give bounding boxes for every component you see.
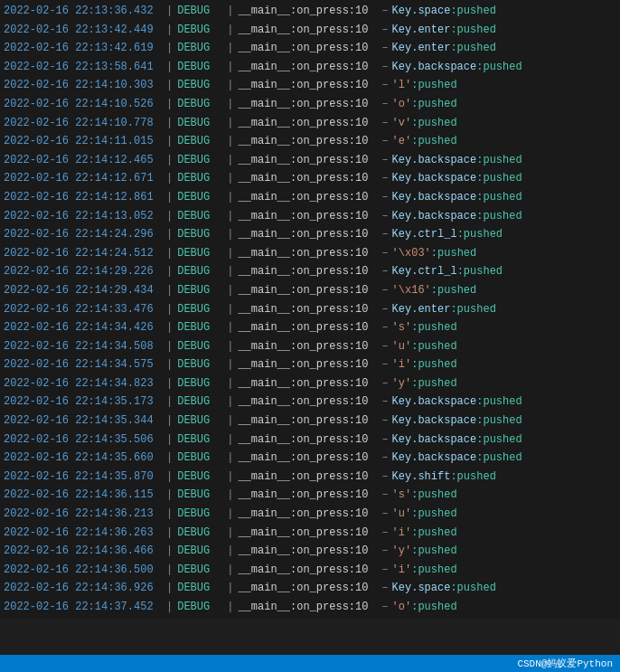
log-source: __main__:on_press:10 bbox=[238, 59, 378, 76]
log-dash: – bbox=[378, 393, 391, 411]
sep1: | bbox=[162, 208, 177, 225]
log-timestamp: 2022-02-16 22:13:58.641 bbox=[4, 59, 162, 76]
log-dash: – bbox=[378, 208, 391, 225]
sep2: | bbox=[222, 245, 238, 262]
log-level: DEBUG bbox=[177, 208, 222, 225]
log-level: DEBUG bbox=[177, 525, 222, 542]
sep1: | bbox=[162, 22, 177, 39]
log-container: 2022-02-16 22:13:36.432 | DEBUG | __main… bbox=[0, 0, 620, 619]
table-row: 2022-02-16 22:14:13.052 | DEBUG | __main… bbox=[0, 207, 620, 226]
sep2: | bbox=[222, 469, 238, 486]
log-action: :pushed bbox=[411, 375, 456, 393]
log-dash: – bbox=[378, 152, 391, 169]
log-timestamp: 2022-02-16 22:14:35.344 bbox=[4, 412, 162, 430]
sep2: | bbox=[222, 487, 238, 504]
sep1: | bbox=[162, 450, 177, 467]
log-source: __main__:on_press:10 bbox=[238, 580, 378, 597]
sep1: | bbox=[162, 506, 177, 523]
table-row: 2022-02-16 22:13:36.432 | DEBUG | __main… bbox=[0, 2, 620, 21]
log-dash: – bbox=[378, 40, 391, 57]
sep1: | bbox=[162, 189, 177, 206]
log-source: __main__:on_press:10 bbox=[238, 562, 378, 579]
log-source: __main__:on_press:10 bbox=[238, 393, 378, 411]
sep2: | bbox=[222, 189, 238, 206]
log-action: :pushed bbox=[450, 22, 495, 39]
log-action: :pushed bbox=[450, 469, 495, 486]
log-action: :pushed bbox=[411, 133, 456, 150]
log-level: DEBUG bbox=[177, 301, 222, 318]
log-level: DEBUG bbox=[177, 170, 222, 187]
log-source: __main__:on_press:10 bbox=[238, 487, 378, 504]
log-source: __main__:on_press:10 bbox=[238, 525, 378, 542]
sep1: | bbox=[162, 40, 177, 57]
log-source: __main__:on_press:10 bbox=[238, 245, 378, 262]
sep2: | bbox=[222, 450, 238, 467]
log-action: :pushed bbox=[411, 115, 456, 132]
log-source: __main__:on_press:10 bbox=[238, 189, 378, 206]
log-source: __main__:on_press:10 bbox=[238, 469, 378, 486]
log-source: __main__:on_press:10 bbox=[238, 77, 378, 94]
table-row: 2022-02-16 22:14:36.213 | DEBUG | __main… bbox=[0, 505, 620, 524]
sep2: | bbox=[222, 208, 238, 225]
log-dash: – bbox=[378, 133, 391, 150]
log-timestamp: 2022-02-16 22:14:36.500 bbox=[4, 562, 162, 579]
sep1: | bbox=[162, 599, 177, 616]
log-timestamp: 2022-02-16 22:14:12.671 bbox=[4, 170, 162, 187]
sep1: | bbox=[162, 412, 177, 430]
sep2: | bbox=[222, 319, 238, 336]
log-dash: – bbox=[378, 450, 391, 467]
bottom-bar: CSDN@蚂蚁爱Python bbox=[0, 655, 620, 672]
log-source: __main__:on_press:10 bbox=[238, 96, 378, 113]
sep1: | bbox=[162, 562, 177, 579]
sep2: | bbox=[222, 338, 238, 355]
log-timestamp: 2022-02-16 22:14:12.465 bbox=[4, 152, 162, 169]
sep1: | bbox=[162, 263, 177, 280]
log-level: DEBUG bbox=[177, 506, 222, 523]
log-action: :pushed bbox=[476, 152, 521, 169]
log-level: DEBUG bbox=[177, 562, 222, 579]
log-timestamp: 2022-02-16 22:14:36.926 bbox=[4, 580, 162, 597]
log-source: __main__:on_press:10 bbox=[238, 40, 378, 57]
sep2: | bbox=[222, 301, 238, 318]
log-timestamp: 2022-02-16 22:14:24.296 bbox=[4, 226, 162, 243]
log-timestamp: 2022-02-16 22:14:35.660 bbox=[4, 450, 162, 467]
sep1: | bbox=[162, 170, 177, 187]
table-row: 2022-02-16 22:14:36.500 | DEBUG | __main… bbox=[0, 561, 620, 580]
log-timestamp: 2022-02-16 22:14:29.226 bbox=[4, 263, 162, 280]
log-action: :pushed bbox=[411, 525, 456, 542]
log-level: DEBUG bbox=[177, 319, 222, 336]
table-row: 2022-02-16 22:14:10.778 | DEBUG | __main… bbox=[0, 114, 620, 133]
log-level: DEBUG bbox=[177, 133, 222, 150]
log-level: DEBUG bbox=[177, 189, 222, 206]
table-row: 2022-02-16 22:14:35.344 | DEBUG | __main… bbox=[0, 412, 620, 431]
log-dash: – bbox=[378, 580, 391, 597]
log-timestamp: 2022-02-16 22:14:37.452 bbox=[4, 599, 162, 616]
sep2: | bbox=[222, 3, 238, 20]
log-timestamp: 2022-02-16 22:14:29.434 bbox=[4, 282, 162, 299]
log-action: :pushed bbox=[476, 59, 521, 76]
log-timestamp: 2022-02-16 22:14:35.173 bbox=[4, 393, 162, 411]
log-action: :pushed bbox=[411, 506, 456, 523]
log-dash: – bbox=[378, 525, 391, 542]
log-timestamp: 2022-02-16 22:14:10.778 bbox=[4, 115, 162, 132]
sep2: | bbox=[222, 40, 238, 57]
sep2: | bbox=[222, 375, 238, 393]
log-timestamp: 2022-02-16 22:14:24.512 bbox=[4, 245, 162, 262]
sep2: | bbox=[222, 96, 238, 113]
log-timestamp: 2022-02-16 22:14:34.575 bbox=[4, 356, 162, 374]
log-timestamp: 2022-02-16 22:14:34.426 bbox=[4, 319, 162, 336]
log-level: DEBUG bbox=[177, 226, 222, 243]
log-timestamp: 2022-02-16 22:14:34.508 bbox=[4, 338, 162, 355]
log-action: :pushed bbox=[411, 319, 456, 336]
sep1: | bbox=[162, 580, 177, 597]
log-timestamp: 2022-02-16 22:14:35.506 bbox=[4, 431, 162, 449]
sep1: | bbox=[162, 282, 177, 299]
sep1: | bbox=[162, 133, 177, 150]
log-action: :pushed bbox=[457, 263, 503, 280]
table-row: 2022-02-16 22:14:34.823 | DEBUG | __main… bbox=[0, 374, 620, 393]
log-level: DEBUG bbox=[177, 431, 222, 449]
log-dash: – bbox=[378, 77, 391, 94]
table-row: 2022-02-16 22:14:11.015 | DEBUG | __main… bbox=[0, 132, 620, 151]
table-row: 2022-02-16 22:14:12.861 | DEBUG | __main… bbox=[0, 188, 620, 207]
log-source: __main__:on_press:10 bbox=[238, 263, 378, 280]
